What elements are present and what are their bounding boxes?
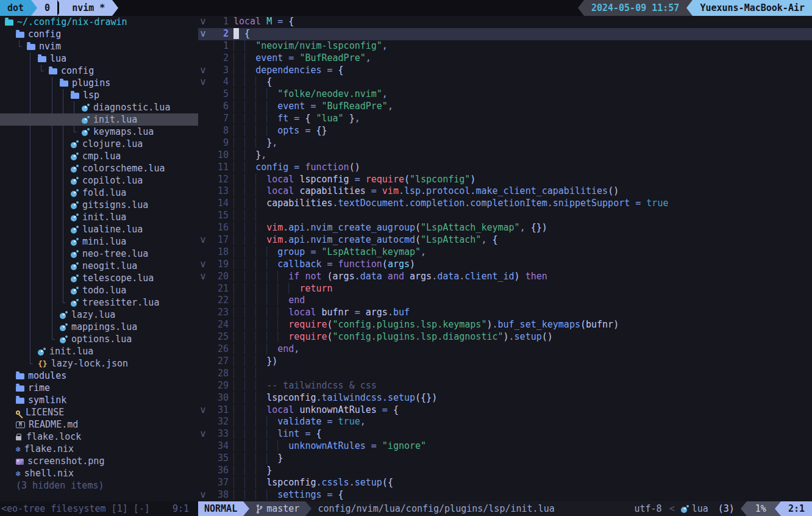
tmux-window-index-segment[interactable]: 0 bbox=[37, 0, 57, 16]
code-line[interactable]: 12▏ ▏ ▏ local lspconfig = require("lspco… bbox=[198, 174, 812, 186]
tree-item-symlink[interactable]: symlink bbox=[0, 394, 198, 406]
tree-item-lsp[interactable]: lsp bbox=[0, 89, 198, 101]
code-line[interactable]: 13▏ ▏ ▏ local capabilities = vim.lsp.pro… bbox=[198, 185, 812, 198]
code-line[interactable]: 16▏ ▏ ▏ vim.api.nvim_create_augroup("Lsp… bbox=[198, 222, 812, 234]
code-line[interactable]: 7▏ ▏ ▏ ▏ ft = { "lua" }, bbox=[198, 113, 812, 125]
fold-marker-icon[interactable]: v bbox=[198, 271, 208, 283]
tree-item-treesitter-lua[interactable]: treesitter.lua bbox=[0, 296, 198, 309]
fold-marker-icon[interactable]: v bbox=[198, 65, 208, 77]
code-line[interactable]: v1local M = { bbox=[198, 16, 812, 28]
tree-item-lua[interactable]: lua bbox=[0, 52, 198, 65]
tree-item-label: mini.lua bbox=[82, 236, 126, 247]
code-line[interactable]: 10▏ ▏ }, bbox=[198, 149, 812, 162]
neo-tree-sidebar[interactable]: ~/.config/nix-drawinconfignvimluaconfigp… bbox=[0, 16, 198, 501]
tree-item-colorscheme-lua[interactable]: colorscheme.lua bbox=[0, 162, 198, 174]
code-line[interactable]: v17▏ ▏ ▏ vim.api.nvim_create_autocmd("Ls… bbox=[198, 234, 812, 246]
tree-item-license[interactable]: LICENSE bbox=[0, 406, 198, 418]
code-line[interactable]: 5▏ ▏ ▏ ▏ "folke/neodev.nvim", bbox=[198, 88, 812, 101]
code-line[interactable]: 2▏ ▏ event = "BufReadPre", bbox=[198, 52, 812, 65]
file-path: config/nvim/lua/config/plugins/lsp/init.… bbox=[318, 501, 554, 516]
tree-item-lualine-lua[interactable]: lualine.lua bbox=[0, 223, 198, 235]
tree-item-rime[interactable]: rime bbox=[0, 382, 198, 394]
tree-item-shell-nix[interactable]: ❄shell.nix bbox=[0, 467, 198, 479]
code-line[interactable]: 11▏ ▏ config = function() bbox=[198, 162, 812, 174]
code-line[interactable]: 27▏ ▏ ▏ }) bbox=[198, 356, 812, 368]
code-line[interactable]: v2 { bbox=[198, 28, 812, 40]
fold-marker-icon[interactable]: v bbox=[198, 259, 208, 271]
tree-item-clojure-lua[interactable]: clojure.lua bbox=[0, 138, 198, 150]
code-line[interactable]: 9▏ ▏ ▏ }, bbox=[198, 137, 812, 149]
code-line[interactable]: 29▏ ▏ ▏ -- tailwindcss & css bbox=[198, 380, 812, 392]
code-line[interactable]: 8▏ ▏ ▏ ▏ opts = {} bbox=[198, 125, 812, 137]
code-line[interactable]: 24▏ ▏ ▏ ▏ ▏ require("config.plugins.lsp.… bbox=[198, 319, 812, 331]
tmux-session-segment[interactable]: dot bbox=[0, 0, 31, 16]
tree-item--config-nix-drawin[interactable]: ~/.config/nix-drawin bbox=[0, 16, 198, 28]
code-text: ▏ ▏ ▏ ▏ ▏ local bufnr = args.buf bbox=[229, 307, 410, 319]
tree-item-nvim[interactable]: nvim bbox=[0, 40, 198, 52]
code-line[interactable]: v31▏ ▏ ▏ local unknownAtRules = { bbox=[198, 404, 812, 417]
code-line[interactable]: 22▏ ▏ ▏ ▏ ▏ end bbox=[198, 295, 812, 307]
tmux-window-name-segment[interactable]: nvim * bbox=[65, 0, 112, 16]
tree-item-config[interactable]: config bbox=[0, 65, 198, 77]
tree-item-init-lua[interactable]: init.lua bbox=[0, 345, 198, 357]
tree-item-mini-lua[interactable]: mini.lua bbox=[0, 235, 198, 248]
tmux-left-group: dot 0 nvim * bbox=[0, 0, 118, 16]
fold-marker-icon[interactable]: v bbox=[198, 76, 208, 88]
code-line[interactable]: 36▏ ▏ ▏ } bbox=[198, 465, 812, 477]
code-text: ▏ ▏ ▏ -- tailwindcss & css bbox=[229, 380, 377, 392]
fold-marker-icon[interactable]: v bbox=[198, 28, 208, 40]
editor[interactable]: v1local M = {v2 {1▏ ▏ "neovim/nvim-lspco… bbox=[198, 16, 812, 501]
fold-marker-icon[interactable]: v bbox=[198, 234, 208, 246]
tree-item-modules[interactable]: modules bbox=[0, 370, 198, 382]
fold-marker-icon[interactable]: v bbox=[198, 404, 208, 417]
code-line[interactable]: 28▏ ▏ ▏ bbox=[198, 368, 812, 380]
code-line[interactable]: v38▏ ▏ ▏ ▏ settings = { bbox=[198, 489, 812, 501]
tree-item-init-lua[interactable]: init.lua bbox=[0, 211, 198, 223]
code-line[interactable]: 14▏ ▏ ▏ capabilities.textDocument.comple… bbox=[198, 198, 812, 210]
code-line[interactable]: 30▏ ▏ ▏ lspconfig.tailwindcss.setup({}) bbox=[198, 392, 812, 404]
code-line[interactable]: 23▏ ▏ ▏ ▏ ▏ local bufnr = args.buf bbox=[198, 307, 812, 319]
code-line[interactable]: v4▏ ▏ ▏ { bbox=[198, 76, 812, 88]
code-line[interactable]: 6▏ ▏ ▏ ▏ event = "BufReadPre", bbox=[198, 101, 812, 113]
code-line[interactable]: 32▏ ▏ ▏ ▏ validate = true, bbox=[198, 416, 812, 428]
code-line[interactable]: 34▏ ▏ ▏ ▏ ▏ unknownAtRules = "ignore" bbox=[198, 440, 812, 453]
code-line[interactable]: v20▏ ▏ ▏ ▏ ▏ if not (args.data and args.… bbox=[198, 271, 812, 283]
tree-item-mappings-lua[interactable]: mappings.lua bbox=[0, 321, 198, 333]
tree-item-flake-nix[interactable]: ❄flake.nix bbox=[0, 443, 198, 455]
fold-marker-icon[interactable]: v bbox=[198, 489, 208, 501]
tree-item-todo-lua[interactable]: todo.lua bbox=[0, 284, 198, 296]
tree-item-copilot-lua[interactable]: copilot.lua bbox=[0, 174, 198, 187]
code-line[interactable]: 26▏ ▏ ▏ ▏ end, bbox=[198, 343, 812, 356]
code-line[interactable]: v19▏ ▏ ▏ ▏ callback = function(args) bbox=[198, 259, 812, 271]
tree-item-flake-lock[interactable]: flake.lock bbox=[0, 431, 198, 443]
tree-item-fold-lua[interactable]: fold.lua bbox=[0, 187, 198, 199]
code-line[interactable]: 15▏ ▏ ▏ bbox=[198, 210, 812, 222]
code-line[interactable]: 25▏ ▏ ▏ ▏ ▏ require("config.plugins.lsp.… bbox=[198, 331, 812, 343]
fold-marker-icon[interactable]: v bbox=[198, 16, 208, 28]
json-icon: {} bbox=[38, 359, 48, 368]
code-line[interactable]: 18▏ ▏ ▏ ▏ group = "LspAttach_keymap", bbox=[198, 246, 812, 259]
tree-item-neogit-lua[interactable]: neogit.lua bbox=[0, 260, 198, 272]
tree-item-gitsigns-lua[interactable]: gitsigns.lua bbox=[0, 199, 198, 211]
code-line[interactable]: v33▏ ▏ ▏ ▏ lint = { bbox=[198, 428, 812, 440]
tree-item-screenshot-png[interactable]: screenshot.png bbox=[0, 455, 198, 467]
tree-item-diagnostic-lua[interactable]: diagnostic.lua bbox=[0, 101, 198, 113]
tree-item-cmp-lua[interactable]: cmp.lua bbox=[0, 150, 198, 162]
tree-item-readme-md[interactable]: MREADME.md bbox=[0, 418, 198, 431]
tree-item-lazy-lock-json[interactable]: {}lazy-lock.json bbox=[0, 357, 198, 370]
tree-item-neo-tree-lua[interactable]: neo-tree.lua bbox=[0, 248, 198, 260]
tree-item-keymaps-lua[interactable]: keymaps.lua bbox=[0, 126, 198, 138]
fold-column bbox=[198, 52, 208, 65]
code-line[interactable]: 1▏ ▏ "neovim/nvim-lspconfig", bbox=[198, 40, 812, 52]
code-line[interactable]: 35▏ ▏ ▏ ▏ } bbox=[198, 453, 812, 465]
tree-item-options-lua[interactable]: options.lua bbox=[0, 333, 198, 345]
tree-item-config[interactable]: config bbox=[0, 28, 198, 40]
code-line[interactable]: 21▏ ▏ ▏ ▏ ▏ ▏ return bbox=[198, 283, 812, 295]
fold-marker-icon[interactable]: v bbox=[198, 428, 208, 440]
code-line[interactable]: v3▏ ▏ dependencies = { bbox=[198, 65, 812, 77]
code-line[interactable]: 37▏ ▏ ▏ lspconfig.cssls.setup({ bbox=[198, 477, 812, 489]
tree-item-plugins[interactable]: plugins bbox=[0, 77, 198, 89]
tree-item-telescope-lua[interactable]: telescope.lua bbox=[0, 272, 198, 284]
tree-item-lazy-lua[interactable]: lazy.lua bbox=[0, 309, 198, 321]
tree-item-init-lua[interactable]: init.lua bbox=[0, 113, 198, 126]
